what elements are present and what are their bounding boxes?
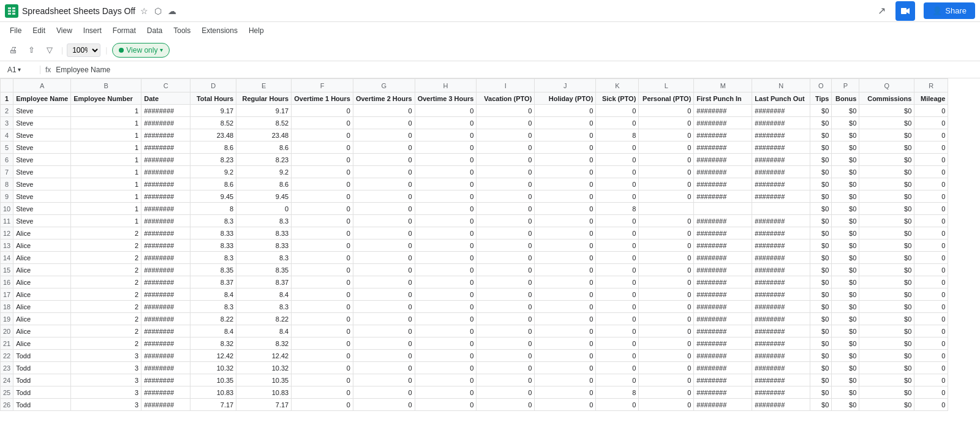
cell-h5[interactable]: 0 bbox=[415, 141, 477, 154]
cell-n20[interactable]: ######## bbox=[752, 325, 810, 337]
cell-h25[interactable]: 0 bbox=[415, 386, 477, 399]
menu-data[interactable]: Data bbox=[142, 24, 167, 37]
cell-d14[interactable]: 8.3 bbox=[190, 252, 236, 264]
share-button[interactable]: 👤 Share bbox=[924, 2, 975, 19]
cell-h16[interactable]: 0 bbox=[415, 276, 477, 288]
cell-r7[interactable]: 0 bbox=[914, 166, 948, 178]
row-num-12[interactable]: 12 bbox=[1, 227, 13, 239]
zoom-selector[interactable]: 100% 75% 125% 150% bbox=[67, 43, 100, 57]
row-num-15[interactable]: 15 bbox=[1, 264, 13, 276]
cell-q4[interactable]: $0 bbox=[859, 129, 914, 141]
cell-m26[interactable]: ######## bbox=[694, 399, 752, 411]
cell-r13[interactable]: 0 bbox=[914, 239, 948, 252]
cell-h22[interactable]: 0 bbox=[415, 350, 477, 362]
cell-q5[interactable]: $0 bbox=[859, 141, 914, 154]
cell-r22[interactable]: 0 bbox=[914, 350, 948, 362]
menu-insert[interactable]: Insert bbox=[78, 24, 107, 37]
cell-l11[interactable]: 0 bbox=[639, 215, 694, 227]
cell-k1[interactable]: Sick (PTO) bbox=[596, 92, 639, 105]
cell-k17[interactable]: 0 bbox=[596, 288, 639, 301]
row-num-6[interactable]: 6 bbox=[1, 154, 13, 166]
row-num-7[interactable]: 7 bbox=[1, 166, 13, 178]
cell-l24[interactable]: 0 bbox=[639, 374, 694, 386]
cell-m19[interactable]: ######## bbox=[694, 313, 752, 325]
menu-format[interactable]: Format bbox=[108, 24, 141, 37]
cell-g17[interactable]: 0 bbox=[353, 288, 415, 301]
cell-b10[interactable]: 1 bbox=[71, 203, 141, 215]
cell-j14[interactable]: 0 bbox=[535, 252, 596, 264]
cell-q12[interactable]: $0 bbox=[859, 227, 914, 239]
cell-l18[interactable]: 0 bbox=[639, 301, 694, 313]
cell-h2[interactable]: 0 bbox=[415, 105, 477, 117]
cell-c11[interactable]: ######## bbox=[141, 215, 190, 227]
cell-b3[interactable]: 1 bbox=[71, 117, 141, 129]
cell-a1[interactable]: Employee Name bbox=[13, 92, 71, 105]
cell-d24[interactable]: 10.35 bbox=[190, 374, 236, 386]
col-header-q[interactable]: Q bbox=[859, 79, 914, 92]
cell-a18[interactable]: Alice bbox=[13, 301, 71, 313]
cell-e13[interactable]: 8.33 bbox=[236, 239, 292, 252]
cell-g11[interactable]: 0 bbox=[353, 215, 415, 227]
cell-g24[interactable]: 0 bbox=[353, 374, 415, 386]
cell-c22[interactable]: ######## bbox=[141, 350, 190, 362]
cell-p23[interactable]: $0 bbox=[832, 362, 859, 374]
cell-r2[interactable]: 0 bbox=[914, 105, 948, 117]
cell-d4[interactable]: 23.48 bbox=[190, 129, 236, 141]
cell-p24[interactable]: $0 bbox=[832, 374, 859, 386]
cell-l8[interactable]: 0 bbox=[639, 178, 694, 190]
cell-f10[interactable]: 0 bbox=[292, 203, 353, 215]
cell-k24[interactable]: 0 bbox=[596, 374, 639, 386]
cell-c3[interactable]: ######## bbox=[141, 117, 190, 129]
cell-a17[interactable]: Alice bbox=[13, 288, 71, 301]
cell-o17[interactable]: $0 bbox=[810, 288, 832, 301]
cell-r11[interactable]: 0 bbox=[914, 215, 948, 227]
cell-b14[interactable]: 2 bbox=[71, 252, 141, 264]
cell-j2[interactable]: 0 bbox=[535, 105, 596, 117]
paint-format-button[interactable]: ⇧ bbox=[23, 42, 39, 58]
cell-h24[interactable]: 0 bbox=[415, 374, 477, 386]
cell-f19[interactable]: 0 bbox=[292, 313, 353, 325]
cell-q25[interactable]: $0 bbox=[859, 386, 914, 399]
col-header-d[interactable]: D bbox=[190, 79, 236, 92]
cell-a9[interactable]: Steve bbox=[13, 190, 71, 203]
row-num-4[interactable]: 4 bbox=[1, 129, 13, 141]
cell-j13[interactable]: 0 bbox=[535, 239, 596, 252]
cell-m2[interactable]: ######## bbox=[694, 105, 752, 117]
cell-e12[interactable]: 8.33 bbox=[236, 227, 292, 239]
cell-p3[interactable]: $0 bbox=[832, 117, 859, 129]
cell-c15[interactable]: ######## bbox=[141, 264, 190, 276]
cell-o22[interactable]: $0 bbox=[810, 350, 832, 362]
cell-a14[interactable]: Alice bbox=[13, 252, 71, 264]
cell-r24[interactable]: 0 bbox=[914, 374, 948, 386]
cell-g3[interactable]: 0 bbox=[353, 117, 415, 129]
cell-r8[interactable]: 0 bbox=[914, 178, 948, 190]
cell-o21[interactable]: $0 bbox=[810, 337, 832, 350]
cell-i21[interactable]: 0 bbox=[477, 337, 535, 350]
cell-n3[interactable]: ######## bbox=[752, 117, 810, 129]
cell-f12[interactable]: 0 bbox=[292, 227, 353, 239]
cell-j19[interactable]: 0 bbox=[535, 313, 596, 325]
cell-c21[interactable]: ######## bbox=[141, 337, 190, 350]
cell-e26[interactable]: 7.17 bbox=[236, 399, 292, 411]
row-num-18[interactable]: 18 bbox=[1, 301, 13, 313]
cell-l3[interactable]: 0 bbox=[639, 117, 694, 129]
cell-a19[interactable]: Alice bbox=[13, 313, 71, 325]
cell-b13[interactable]: 2 bbox=[71, 239, 141, 252]
cell-b5[interactable]: 1 bbox=[71, 141, 141, 154]
cell-c9[interactable]: ######## bbox=[141, 190, 190, 203]
cell-h23[interactable]: 0 bbox=[415, 362, 477, 374]
cell-p17[interactable]: $0 bbox=[832, 288, 859, 301]
cell-m14[interactable]: ######## bbox=[694, 252, 752, 264]
cell-d15[interactable]: 8.35 bbox=[190, 264, 236, 276]
cell-b23[interactable]: 3 bbox=[71, 362, 141, 374]
cell-g21[interactable]: 0 bbox=[353, 337, 415, 350]
cell-c7[interactable]: ######## bbox=[141, 166, 190, 178]
cell-d8[interactable]: 8.6 bbox=[190, 178, 236, 190]
cell-l9[interactable]: 0 bbox=[639, 190, 694, 203]
cell-a4[interactable]: Steve bbox=[13, 129, 71, 141]
cell-e19[interactable]: 8.22 bbox=[236, 313, 292, 325]
cell-q11[interactable]: $0 bbox=[859, 215, 914, 227]
cell-o18[interactable]: $0 bbox=[810, 301, 832, 313]
cell-k10[interactable]: 8 bbox=[596, 203, 639, 215]
cell-l23[interactable]: 0 bbox=[639, 362, 694, 374]
